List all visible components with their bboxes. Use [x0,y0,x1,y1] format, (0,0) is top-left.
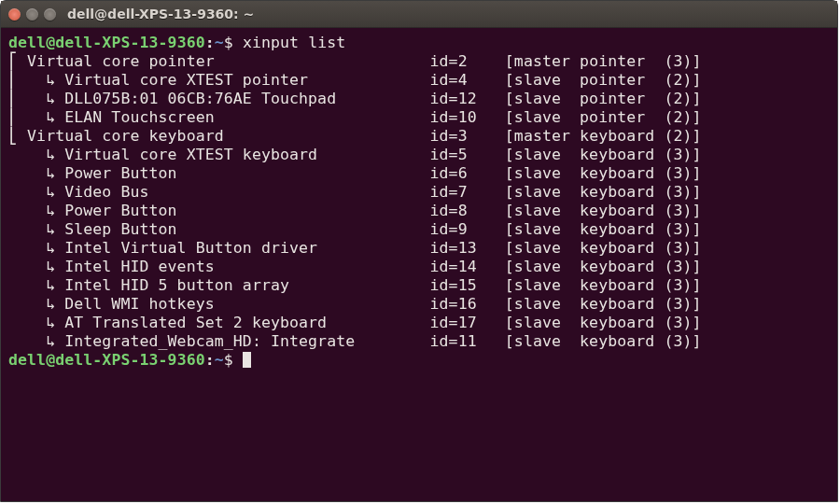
typed-command: xinput list [243,34,345,51]
output-line: ↳ Sleep Button id=9 [slave keyboard (3)] [8,220,830,239]
device-name: Intel Virtual Button driver [64,239,429,257]
device-role: [slave keyboard (3)] [505,146,702,163]
device-id: id=14 [430,258,505,275]
device-role: [slave keyboard (3)] [505,276,702,294]
device-id: id=3 [430,127,505,145]
device-name: ELAN Touchscreen [64,108,429,126]
prompt-user: dell [8,34,46,51]
device-name: Intel HID 5 button array [64,276,429,294]
device-role: [master keyboard (2)] [505,127,702,145]
tree-prefix: ⎜ ↳ [8,108,64,126]
tree-prefix: ↳ [8,239,64,257]
text-cursor [243,352,251,368]
device-role: [slave keyboard (3)] [505,332,702,350]
output-line: ↳ AT Translated Set 2 keyboard id=17 [sl… [8,314,830,332]
device-name: Virtual core pointer [27,52,429,70]
device-name: Sleep Button [64,220,429,238]
device-id: id=10 [430,108,505,126]
device-name: Virtual core keyboard [27,127,429,145]
device-id: id=15 [430,276,505,294]
command-output: ⎡ Virtual core pointer id=2 [master poin… [8,52,830,351]
device-id: id=12 [430,90,505,107]
close-icon[interactable] [8,8,21,21]
output-line: ⎡ Virtual core pointer id=2 [master poin… [8,52,830,71]
device-name: Virtual core XTEST keyboard [64,146,429,163]
prompt-path: ~ [215,34,224,51]
device-role: [slave keyboard (3)] [505,258,702,275]
device-role: [slave pointer (2)] [505,108,702,126]
output-line: ↳ Intel HID 5 button array id=15 [slave … [8,276,830,295]
tree-prefix: ⎜ ↳ [8,90,64,107]
tree-prefix: ↳ [8,258,64,275]
device-role: [slave keyboard (3)] [505,202,702,219]
device-id: id=7 [430,183,505,201]
device-role: [master pointer (3)] [505,52,702,70]
tree-prefix: ↳ [8,220,64,238]
device-id: id=6 [430,164,505,182]
tree-prefix: ⎣ [8,127,27,145]
device-name: Dell WMI hotkeys [64,295,429,313]
device-id: id=13 [430,239,505,257]
device-role: [slave pointer (2)] [505,90,702,107]
device-role: [slave keyboard (3)] [505,183,702,201]
device-id: id=8 [430,202,505,219]
tree-prefix: ⎜ ↳ [8,71,64,89]
device-role: [slave keyboard (3)] [505,164,702,182]
output-line: ↳ Power Button id=8 [slave keyboard (3)] [8,202,830,220]
device-id: id=16 [430,295,505,313]
prompt-line: dell@dell-XPS-13-9360:~$ xinput list [8,34,830,52]
device-role: [slave keyboard (3)] [505,295,702,313]
tree-prefix: ↳ [8,276,64,294]
tree-prefix: ↳ [8,183,64,201]
device-id: id=17 [430,314,505,331]
device-id: id=4 [430,71,505,89]
output-line: ⎜ ↳ DLL075B:01 06CB:76AE Touchpad id=12 … [8,90,830,108]
tree-prefix: ⎡ [8,52,27,70]
device-role: [slave keyboard (3)] [505,220,702,238]
device-role: [slave keyboard (3)] [505,314,702,331]
window-titlebar[interactable]: dell@dell-XPS-13-9360: ~ [1,1,837,28]
device-name: Video Bus [64,183,429,201]
prompt-sigil: $ [224,34,233,51]
tree-prefix: ↳ [8,164,64,182]
device-role: [slave pointer (2)] [505,71,702,89]
device-name: Integrated_Webcam_HD: Integrate [64,332,429,350]
device-name: DLL075B:01 06CB:76AE Touchpad [64,90,429,107]
tree-prefix: ↳ [8,332,64,350]
device-name: Intel HID events [64,258,429,275]
window-title: dell@dell-XPS-13-9360: ~ [67,7,254,21]
device-id: id=5 [430,146,505,163]
terminal-window: dell@dell-XPS-13-9360: ~ dell@dell-XPS-1… [0,0,838,502]
output-line: ⎜ ↳ Virtual core XTEST pointer id=4 [sla… [8,71,830,90]
output-line: ⎜ ↳ ELAN Touchscreen id=10 [slave pointe… [8,108,830,127]
prompt-host: dell-XPS-13-9360 [55,34,205,51]
output-line: ↳ Power Button id=6 [slave keyboard (3)] [8,164,830,183]
tree-prefix: ↳ [8,295,64,313]
device-role: [slave keyboard (3)] [505,239,702,257]
tree-prefix: ↳ [8,146,64,163]
tree-prefix: ↳ [8,314,64,331]
output-line: ↳ Integrated_Webcam_HD: Integrate id=11 … [8,332,830,351]
device-name: Power Button [64,164,429,182]
prompt-line-2: dell@dell-XPS-13-9360:~$ [8,351,830,370]
device-name: AT Translated Set 2 keyboard [64,314,429,331]
device-id: id=2 [430,52,505,70]
output-line: ↳ Dell WMI hotkeys id=16 [slave keyboard… [8,295,830,314]
output-line: ↳ Intel HID events id=14 [slave keyboard… [8,258,830,276]
maximize-icon[interactable] [44,8,56,21]
output-line: ↳ Virtual core XTEST keyboard id=5 [slav… [8,146,830,164]
output-line: ↳ Video Bus id=7 [slave keyboard (3)] [8,183,830,202]
device-name: Power Button [64,202,429,219]
device-id: id=11 [430,332,505,350]
window-buttons [8,8,56,21]
output-line: ↳ Intel Virtual Button driver id=13 [sla… [8,239,830,258]
device-id: id=9 [430,220,505,238]
terminal-viewport[interactable]: dell@dell-XPS-13-9360:~$ xinput list ⎡ V… [1,28,837,501]
tree-prefix: ↳ [8,202,64,219]
output-line: ⎣ Virtual core keyboard id=3 [master key… [8,127,830,146]
device-name: Virtual core XTEST pointer [64,71,429,89]
minimize-icon[interactable] [26,8,38,21]
